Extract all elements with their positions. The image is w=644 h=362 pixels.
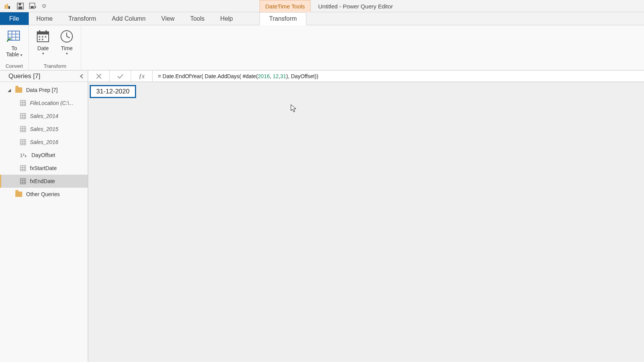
accept-formula-icon[interactable] [110,70,131,82]
svg-rect-40 [20,139,26,145]
date-icon [35,28,51,44]
ribbon-group-transform: Date ▾ Time ▾ Transform [29,25,81,70]
group-label: Data Prep [7] [26,87,58,93]
group-label: Other Queries [26,191,60,197]
query-label: Sales_2015 [30,126,58,132]
query-label: fxStartDate [30,165,57,171]
query-label: Sales_2014 [30,113,58,119]
date-button[interactable]: Date ▾ [31,27,55,63]
table-icon [20,178,26,184]
tab-home[interactable]: Home [29,12,61,25]
chevron-down-icon: ▾ [66,51,68,56]
contextual-tools-tab: DateTime Tools [260,0,310,12]
svg-rect-21 [42,39,43,40]
query-item-filelocation[interactable]: FileLocation (C:\... [0,97,88,110]
formula-input[interactable]: = Date.EndOfYear( Date.AddDays( #date(20… [153,70,644,82]
document-title: Untitled - Power Query Editor [318,0,393,12]
query-item-dayoffset[interactable]: 1²₃ DayOffset [0,149,88,162]
query-item-sales-2015[interactable]: Sales_2015 [0,123,88,136]
svg-rect-35 [20,126,26,132]
svg-rect-19 [45,36,46,38]
main-area: ƒx = Date.EndOfYear( Date.AddDays( #date… [88,70,644,362]
query-item-fxenddate[interactable]: fxEndDate [0,175,88,188]
save-as-icon[interactable] [28,1,38,11]
qat-dropdown-icon[interactable] [41,1,47,11]
svg-rect-25 [20,100,26,106]
svg-rect-7 [31,6,34,8]
to-table-icon [6,28,22,44]
queries-panel: Queries [7] ◢ Data Prep [7] FileLocation… [0,70,88,362]
save-icon[interactable] [15,1,25,11]
svg-rect-16 [46,30,47,33]
queries-panel-title: Queries [7] [8,72,40,80]
tab-view[interactable]: View [154,12,182,25]
tab-help[interactable]: Help [213,12,241,25]
group-label-convert: Convert [5,63,23,70]
fx-icon[interactable]: ƒx [131,70,153,82]
svg-rect-50 [20,179,26,184]
result-value-cell[interactable]: 31-12-2020 [90,85,136,98]
workspace: Queries [7] ◢ Data Prep [7] FileLocation… [0,70,644,362]
expand-caret-icon[interactable]: ◢ [8,88,12,93]
app-icon [2,1,12,11]
query-item-sales-2016[interactable]: Sales_2016 [0,136,88,149]
svg-line-24 [67,36,70,38]
query-label: fxEndDate [30,178,55,184]
tab-transform[interactable]: Transform [61,12,104,25]
query-item-fxstartdate[interactable]: fxStartDate [0,162,88,175]
query-group-other[interactable]: Other Queries [0,188,88,201]
svg-rect-15 [39,30,40,33]
to-table-label: To Table ▾ [6,45,22,58]
time-label: Time [61,45,73,51]
svg-rect-45 [20,165,26,171]
date-label: Date [38,45,49,51]
tab-context-transform[interactable]: Transform [260,12,306,25]
queries-panel-header: Queries [7] [0,70,88,82]
to-table-button[interactable]: To Table ▾ [2,27,26,63]
title-bar: DateTime Tools Untitled - Power Query Ed… [0,0,644,12]
group-label-transform: Transform [44,63,66,70]
svg-rect-30 [20,113,26,119]
table-icon [20,165,26,171]
folder-icon [15,192,22,197]
query-group-data-prep[interactable]: ◢ Data Prep [7] [0,84,88,97]
cancel-formula-icon[interactable] [88,70,110,82]
query-label: FileLocation (C:\... [30,100,74,106]
svg-rect-0 [5,5,6,9]
number-icon: 1²₃ [20,152,28,158]
tab-tools[interactable]: Tools [182,12,212,25]
ribbon-group-convert: To Table ▾ Convert [0,25,29,70]
table-icon [20,126,26,132]
queries-tree: ◢ Data Prep [7] FileLocation (C:\... Sal… [0,82,88,202]
table-icon [20,113,26,119]
tab-add-column[interactable]: Add Column [104,12,154,25]
svg-rect-1 [7,4,8,9]
tab-file[interactable]: File [0,12,29,25]
svg-rect-4 [18,7,22,9]
svg-rect-5 [19,3,21,5]
ribbon-tabs: File Home Transform Add Column View Tool… [0,12,644,25]
time-button[interactable]: Time ▾ [55,27,79,63]
folder-icon [15,87,22,93]
collapse-panel-icon[interactable] [79,73,85,79]
svg-rect-2 [8,6,10,9]
table-icon [20,100,26,106]
svg-rect-17 [39,36,40,38]
chevron-down-icon: ▾ [42,51,44,56]
svg-rect-18 [42,36,43,38]
time-icon [59,28,75,44]
query-label: Sales_2016 [30,139,58,145]
table-icon [20,139,26,145]
ribbon: To Table ▾ Convert [0,25,644,70]
mouse-cursor-icon [291,104,297,113]
query-item-sales-2014[interactable]: Sales_2014 [0,110,88,123]
formula-bar: ƒx = Date.EndOfYear( Date.AddDays( #date… [88,70,644,82]
query-label: DayOffset [31,152,55,158]
quick-access-toolbar [0,1,47,11]
result-area: 31-12-2020 [88,82,644,362]
svg-rect-20 [39,39,40,40]
svg-rect-14 [37,32,49,34]
